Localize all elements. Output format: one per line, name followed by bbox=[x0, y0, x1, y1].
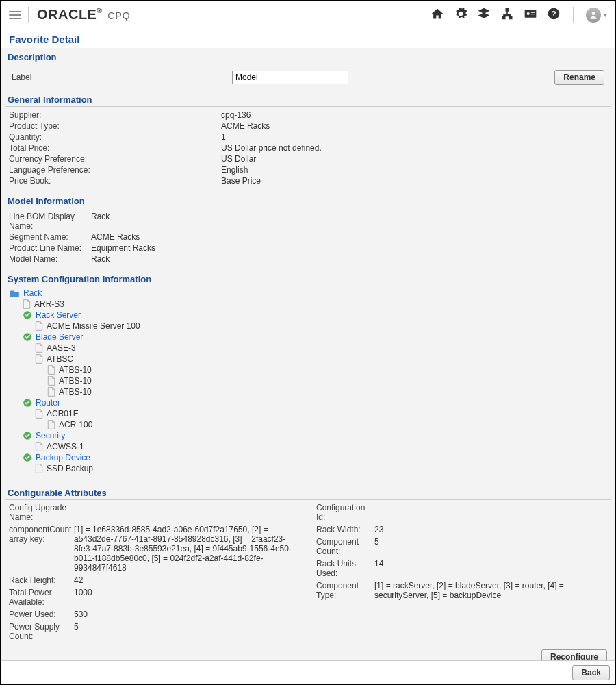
general-info-title: General Information bbox=[5, 92, 611, 107]
kv-row: Price Book:Base Price bbox=[9, 175, 607, 186]
kv-key: Total Price: bbox=[9, 143, 221, 153]
kv-row: Supplier:cpq-136 bbox=[9, 110, 607, 121]
cfg-row: Power Used:530 bbox=[9, 610, 300, 619]
check-icon bbox=[23, 310, 32, 320]
kv-key: Model Name: bbox=[9, 254, 91, 264]
cfg-value: 530 bbox=[74, 610, 300, 619]
tree-node[interactable]: Blade Server bbox=[10, 332, 606, 342]
kv-value: ACME Racks bbox=[221, 121, 270, 131]
reconfigure-button[interactable]: Reconfigure bbox=[541, 649, 607, 660]
cfg-row: Configuration Id: bbox=[316, 503, 607, 522]
svg-text:?: ? bbox=[551, 9, 556, 18]
kv-value: Equipment Racks bbox=[91, 243, 155, 253]
cfg-value: 42 bbox=[74, 575, 300, 585]
kv-key: Price Book: bbox=[9, 176, 221, 186]
file-icon bbox=[35, 321, 43, 331]
svg-rect-2 bbox=[509, 16, 511, 18]
cfg-value bbox=[74, 503, 300, 522]
cfg-row: Config Upgrade Name: bbox=[9, 503, 300, 522]
file-icon bbox=[35, 464, 43, 473]
rename-button[interactable]: Rename bbox=[554, 70, 604, 85]
label-label: Label bbox=[12, 73, 224, 82]
tree-node: ATBS-10 bbox=[10, 386, 606, 397]
logo-text: ORACLE® bbox=[37, 7, 102, 23]
description-row: Label Rename bbox=[5, 64, 611, 90]
tree-node-label: ATBS-10 bbox=[59, 365, 92, 375]
kv-key: Currency Preference: bbox=[9, 154, 221, 164]
cfg-value: [1] = rackServer, [2] = bladeServer, [3]… bbox=[374, 581, 607, 600]
svg-rect-1 bbox=[502, 16, 504, 18]
topbar-icons: ? ▾ bbox=[431, 7, 607, 23]
cfg-row: Rack Height:42 bbox=[9, 575, 300, 585]
help-icon[interactable]: ? bbox=[547, 7, 561, 23]
stack-icon[interactable] bbox=[477, 7, 491, 23]
kv-key: Language Preference: bbox=[9, 165, 221, 175]
cfg-value: 14 bbox=[374, 559, 607, 578]
cfg-key: Configuration Id: bbox=[316, 503, 374, 522]
user-menu[interactable]: ▾ bbox=[586, 8, 607, 23]
cfg-value: 1000 bbox=[74, 588, 300, 607]
kv-value: Rack bbox=[91, 254, 110, 264]
config-attrs-left: Config Upgrade Name:componentCount array… bbox=[9, 503, 300, 641]
kv-row: Line BOM Display Name:Rack bbox=[9, 211, 607, 232]
hierarchy-icon[interactable] bbox=[500, 7, 514, 23]
id-card-icon[interactable] bbox=[524, 7, 537, 23]
cfg-key: componentCount array key: bbox=[9, 525, 74, 573]
page-title: Favorite Detail bbox=[1, 29, 615, 48]
home-icon[interactable] bbox=[431, 7, 444, 23]
tree-node-label: ACWSS-1 bbox=[47, 442, 84, 451]
tree-node[interactable]: Security bbox=[10, 430, 606, 441]
tree-node-label: Rack bbox=[23, 288, 42, 298]
cfg-key: Power Used: bbox=[9, 610, 74, 619]
tree-node-label: ACR01E bbox=[47, 409, 79, 419]
tree-node-label: SSD Backup bbox=[47, 464, 93, 473]
topbar-divider bbox=[573, 7, 574, 23]
label-input[interactable] bbox=[232, 71, 348, 84]
kv-value: ACME Racks bbox=[91, 232, 140, 242]
general-info-body: Supplier:cpq-136Product Type:ACME RacksQ… bbox=[5, 107, 611, 192]
brand-logo: ORACLE® CPQ bbox=[28, 7, 131, 23]
footer-bar: Back bbox=[1, 660, 615, 684]
cfg-row: Rack Width:23 bbox=[316, 525, 607, 534]
menu-icon[interactable] bbox=[9, 11, 21, 19]
cfg-value bbox=[374, 503, 607, 522]
tree-node[interactable]: Rack Server bbox=[10, 310, 606, 321]
cfg-key: Power Supply Count: bbox=[9, 622, 74, 641]
kv-value: 1 bbox=[221, 132, 226, 142]
content-area: Description Label Rename General Informa… bbox=[1, 48, 615, 660]
product-name: CPQ bbox=[107, 10, 130, 21]
kv-row: Language Preference:English bbox=[9, 164, 607, 175]
tree-node-label: Router bbox=[36, 398, 60, 408]
kv-value: US Dollar bbox=[221, 154, 256, 164]
config-attrs-title: Configurable Attributes bbox=[5, 485, 611, 500]
kv-value: Rack bbox=[91, 212, 110, 231]
config-attrs-right: Configuration Id:Rack Width:23Component … bbox=[316, 503, 607, 641]
file-icon bbox=[47, 376, 55, 386]
file-icon bbox=[35, 409, 43, 419]
kv-value: Base Price bbox=[221, 176, 261, 186]
tree-node: ACR-100 bbox=[10, 419, 606, 430]
tree-node: ATBS-10 bbox=[10, 375, 606, 386]
svg-point-4 bbox=[527, 12, 530, 15]
file-icon bbox=[23, 299, 31, 309]
check-icon bbox=[23, 398, 32, 408]
back-button[interactable]: Back bbox=[572, 665, 610, 680]
tree-node[interactable]: Router bbox=[10, 397, 606, 408]
folder-icon bbox=[10, 289, 20, 297]
file-icon bbox=[47, 387, 55, 397]
svg-rect-5 bbox=[531, 12, 535, 13]
sys-config-title: System Configuration Information bbox=[5, 271, 611, 286]
check-icon bbox=[23, 453, 32, 462]
gear-icon[interactable] bbox=[454, 7, 467, 23]
kv-row: Total Price:US Dollar price not defined. bbox=[9, 142, 607, 153]
cfg-key: Config Upgrade Name: bbox=[9, 503, 74, 522]
cfg-row: Component Type:[1] = rackServer, [2] = b… bbox=[316, 581, 607, 600]
tree-node-label: ATBS-10 bbox=[59, 376, 92, 386]
kv-value: English bbox=[221, 165, 248, 175]
model-info-body: Line BOM Display Name:RackSegment Name:A… bbox=[5, 208, 611, 270]
svg-rect-0 bbox=[506, 9, 508, 11]
tree-node[interactable]: Backup Device bbox=[10, 452, 606, 463]
tree-node-label: ACME Missile Server 100 bbox=[47, 321, 140, 331]
tree-node[interactable]: Rack bbox=[10, 288, 606, 299]
cfg-row: Power Supply Count:5 bbox=[9, 622, 300, 641]
